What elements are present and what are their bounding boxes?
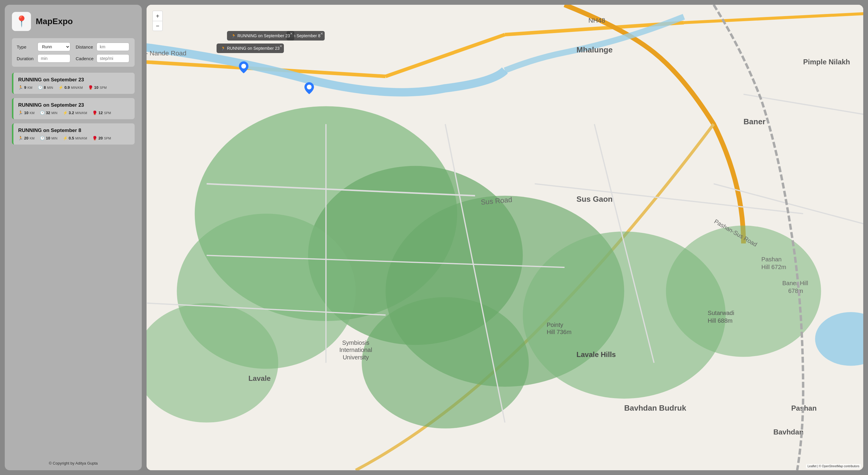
map-background: NH48: [147, 5, 863, 470]
cadence-icon-0: 🥊: [88, 85, 93, 90]
distance-icon-1: 🏃: [18, 111, 23, 115]
svg-text:Pimple Nilakh: Pimple Nilakh: [803, 58, 850, 66]
svg-text:NH48: NH48: [588, 17, 605, 24]
svg-text:Symbiosis: Symbiosis: [342, 339, 369, 346]
duration-stat-2: 🕐 10 min: [40, 136, 58, 140]
pace-icon-1: ⚡: [63, 111, 68, 115]
copyright: © Copyright by Aditya Gupta: [12, 461, 135, 466]
duration-stat-0: 🕐 8 min: [38, 85, 53, 90]
duration-stat-1: 🕐 32 min: [40, 111, 58, 115]
cadence-input[interactable]: [96, 54, 129, 63]
pace-unit-1: min/km: [75, 111, 87, 115]
svg-text:Sus Gaon: Sus Gaon: [577, 195, 613, 204]
duration-icon-0: 🕐: [38, 85, 42, 90]
svg-point-47: [241, 64, 246, 68]
duration-value-1: 32: [46, 111, 50, 115]
cadence-unit-1: spm: [104, 111, 111, 115]
distance-value-0: 9: [24, 85, 26, 90]
pace-stat-2: ⚡ 0.5 min/km: [63, 136, 87, 140]
activity-card-2[interactable]: RUNNING on September 8 🏃 20 km 🕐 10 min …: [12, 123, 135, 145]
svg-text:Baner Hill: Baner Hill: [782, 280, 808, 286]
filters-panel: Type Runn Cycling Walking Distance Durat…: [12, 38, 135, 67]
activity-stats-2: 🏃 20 km 🕐 10 min ⚡ 0.5 min/km 🥊 20: [18, 136, 130, 140]
pace-unit-2: min/km: [75, 137, 87, 140]
distance-icon-2: 🏃: [18, 136, 23, 140]
svg-text:Baner: Baner: [743, 117, 766, 126]
map-popup-0: 🏃 RUNNING on September 23 ✕: [227, 31, 294, 40]
activity-title-0: RUNNING on September 23: [18, 77, 130, 83]
map-area: NH48: [147, 5, 863, 470]
distance-stat-2: 🏃 20 km: [18, 136, 35, 140]
popup-close-0[interactable]: ✕: [290, 32, 293, 35]
sidebar: 📍 MapExpo Type Runn Cycling Walking Dist…: [5, 5, 142, 470]
activity-title-2: RUNNING on September 8: [18, 127, 130, 133]
popup-close-2[interactable]: ✕: [320, 32, 323, 35]
cadence-stat-2: 🥊 20 spm: [92, 136, 111, 140]
duration-label: Duration: [17, 56, 35, 61]
app-logo: 📍: [12, 12, 31, 31]
map-popup-1: 🏃 RUNNING on September 23 ✕: [217, 43, 284, 53]
app-title: MapExpo: [36, 17, 73, 26]
type-label: Type: [17, 44, 35, 50]
activity-card-0[interactable]: RUNNING on September 23 🏃 9 km 🕐 8 min ⚡…: [12, 73, 135, 94]
svg-text:Hill 688m: Hill 688m: [708, 317, 733, 324]
cadence-value-1: 12: [98, 111, 102, 115]
distance-input[interactable]: [96, 42, 129, 51]
duration-unit-0: min: [47, 86, 53, 89]
cadence-unit-2: spm: [104, 137, 111, 140]
duration-unit-2: min: [51, 137, 57, 140]
cadence-stat-1: 🥊 12 spm: [92, 111, 111, 115]
cadence-value-2: 20: [98, 136, 102, 140]
popup-text-2: on September 8: [291, 33, 320, 38]
zoom-in-button[interactable]: +: [153, 11, 163, 21]
distance-stat-1: 🏃 10 km: [18, 111, 35, 115]
distance-unit-0: km: [27, 86, 32, 89]
popup-text-0: 🏃 RUNNING on September 23: [231, 33, 290, 38]
activity-card-1[interactable]: RUNNING on September 23 🏃 10 km 🕐 32 min…: [12, 98, 135, 119]
map-marker-0[interactable]: [239, 61, 248, 73]
svg-text:Hill 736m: Hill 736m: [547, 329, 571, 335]
svg-text:Lavale Hills: Lavale Hills: [577, 351, 616, 358]
distance-label: Distance: [76, 44, 94, 50]
popup-close-1[interactable]: ✕: [279, 44, 282, 48]
pace-value-2: 0.5: [69, 136, 74, 140]
svg-point-48: [307, 85, 312, 89]
app-header: 📍 MapExpo: [12, 12, 135, 31]
distance-unit-2: km: [30, 137, 35, 140]
svg-text:Pashan: Pashan: [762, 256, 782, 263]
distance-unit-1: km: [30, 111, 35, 115]
svg-text:Balewadi - Nande Road: Balewadi - Nande Road: [147, 50, 186, 57]
pace-unit-0: min/km: [71, 86, 83, 89]
distance-value-1: 10: [24, 111, 28, 115]
pace-value-1: 3.2: [69, 111, 74, 115]
map-marker-1[interactable]: [304, 82, 314, 94]
cadence-icon-1: 🥊: [92, 111, 97, 115]
distance-filter-row: Distance: [76, 42, 130, 51]
cadence-stat-0: 🥊 10 spm: [88, 85, 106, 90]
cadence-label: Cadence: [76, 56, 94, 61]
distance-icon-0: 🏃: [18, 85, 23, 90]
map-attribution: Leaflet | © OpenStreetMap contributors: [806, 464, 861, 469]
duration-filter-row: Duration: [17, 54, 71, 63]
svg-text:Pointy: Pointy: [547, 322, 563, 328]
duration-icon-1: 🕐: [40, 111, 45, 115]
cadence-value-0: 10: [94, 85, 98, 90]
type-select[interactable]: Runn Cycling Walking: [37, 42, 70, 51]
svg-text:Bavhdan: Bavhdan: [773, 428, 803, 436]
svg-text:Sutarwadi: Sutarwadi: [708, 309, 734, 316]
svg-text:Hill 672m: Hill 672m: [762, 264, 786, 270]
zoom-out-button[interactable]: −: [153, 21, 163, 31]
activity-stats-1: 🏃 10 km 🕐 32 min ⚡ 3.2 min/km 🥊 12: [18, 111, 130, 115]
attribution-text: Leaflet | © OpenStreetMap contributors: [808, 465, 859, 468]
svg-point-12: [362, 297, 529, 428]
duration-input[interactable]: [37, 54, 70, 63]
duration-unit-1: min: [51, 111, 57, 115]
map-container[interactable]: NH48: [147, 5, 863, 470]
activities-list: RUNNING on September 23 🏃 9 km 🕐 8 min ⚡…: [12, 73, 135, 455]
distance-stat-0: 🏃 9 km: [18, 85, 32, 90]
svg-text:University: University: [343, 354, 369, 361]
cadence-unit-0: spm: [99, 86, 106, 89]
distance-value-2: 20: [24, 136, 28, 140]
pace-icon-2: ⚡: [63, 136, 68, 140]
cadence-filter-row: Cadence: [76, 54, 130, 63]
